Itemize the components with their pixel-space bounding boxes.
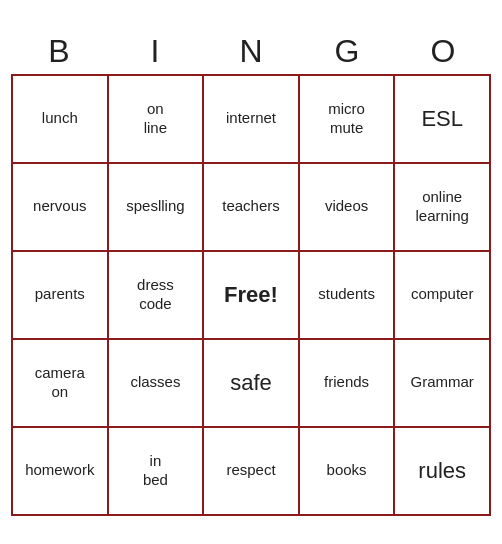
bingo-cell-23: books <box>300 428 396 516</box>
bingo-cell-16: classes <box>109 340 205 428</box>
bingo-cell-12: Free! <box>204 252 300 340</box>
bingo-cell-14: computer <box>395 252 491 340</box>
bingo-grid: lunchonlineinternetmicromuteESLnervoussp… <box>11 74 491 516</box>
bingo-cell-24: rules <box>395 428 491 516</box>
bingo-cell-3: micromute <box>300 76 396 164</box>
bingo-cell-0: lunch <box>13 76 109 164</box>
header-letter-n: N <box>203 29 299 74</box>
bingo-cell-21: inbed <box>109 428 205 516</box>
bingo-cell-10: parents <box>13 252 109 340</box>
bingo-cell-11: dresscode <box>109 252 205 340</box>
bingo-cell-13: students <box>300 252 396 340</box>
bingo-cell-22: respect <box>204 428 300 516</box>
bingo-cell-19: Grammar <box>395 340 491 428</box>
bingo-cell-4: ESL <box>395 76 491 164</box>
bingo-cell-7: teachers <box>204 164 300 252</box>
header-letter-i: I <box>107 29 203 74</box>
header-letter-b: B <box>11 29 107 74</box>
bingo-cell-9: onlinelearning <box>395 164 491 252</box>
bingo-cell-5: nervous <box>13 164 109 252</box>
bingo-board: BINGO lunchonlineinternetmicromuteESLner… <box>11 29 491 516</box>
bingo-cell-17: safe <box>204 340 300 428</box>
header-letter-g: G <box>299 29 395 74</box>
bingo-cell-6: speslling <box>109 164 205 252</box>
bingo-cell-20: homework <box>13 428 109 516</box>
bingo-cell-2: internet <box>204 76 300 164</box>
bingo-cell-18: friends <box>300 340 396 428</box>
bingo-cell-15: cameraon <box>13 340 109 428</box>
bingo-cell-1: online <box>109 76 205 164</box>
header-letter-o: O <box>395 29 491 74</box>
bingo-cell-8: videos <box>300 164 396 252</box>
bingo-header: BINGO <box>11 29 491 74</box>
